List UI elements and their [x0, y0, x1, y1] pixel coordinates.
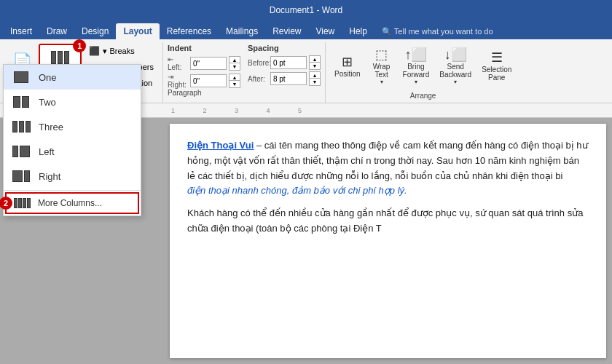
selection-pane-icon: ☰ [491, 50, 503, 66]
dropdown-divider [4, 190, 141, 191]
three-col-icon [11, 119, 31, 135]
column-option-one[interactable]: One [4, 65, 141, 90]
breaks-icon: ⬛ [89, 46, 100, 56]
tab-design[interactable]: Design [74, 23, 116, 39]
paragraph-2: Khách hàng có thể đến nhiều cửa hàng gần… [187, 206, 589, 237]
bring-forward-dropdown-arrow: ▾ [415, 79, 417, 85]
right-indent-spinner[interactable]: ▲ ▼ [229, 74, 240, 88]
tab-mailings[interactable]: Mailings [219, 23, 265, 39]
spacing-label: Spacing [248, 44, 321, 52]
tab-draw[interactable]: Draw [39, 23, 74, 39]
right-indent-input[interactable] [190, 74, 227, 87]
paragraph-1: Điện Thoại Vui – cái tên mang theo thông… [187, 138, 589, 183]
position-label: Position [334, 70, 361, 78]
paragraph-label: Paragraph [168, 89, 202, 98]
after-spacing-input[interactable] [270, 72, 307, 85]
position-icon: ⊞ [342, 54, 353, 70]
right-label: ⇥ Right: [168, 73, 188, 89]
bring-forward-icon: ↑⬜ [404, 47, 427, 63]
title-bar: Document1 - Word [0, 0, 612, 20]
wrap-text-icon: ⬚ [375, 47, 388, 63]
indent-spacing-area: Indent ⇤ Left: ▲ ▼ ⇥ Right: ▲ ▼ [168, 44, 321, 89]
left-indent-input[interactable] [190, 57, 227, 70]
more-columns-label: More Columns... [38, 198, 102, 208]
left-col-icon [11, 143, 31, 159]
tab-layout[interactable]: Layout [116, 23, 159, 39]
highlight-text: Điện Thoại Vui [187, 140, 254, 151]
document-area: Điện Thoại Vui – cái tên mang theo thông… [170, 124, 606, 358]
before-spacing-row: Before: ▲ ▼ [248, 55, 321, 70]
breaks-label: ▾ Breaks [103, 47, 134, 56]
wrap-text-button[interactable]: ⬚ Wrap Text ▾ [366, 44, 397, 87]
more-columns-button[interactable]: 2 More Columns... [5, 192, 139, 214]
left-indent-row: ⇤ Left: ▲ ▼ [168, 55, 240, 71]
tab-help[interactable]: Help [342, 23, 374, 39]
send-backward-icon: ↓⬜ [444, 47, 467, 63]
before-spacing-input[interactable] [270, 56, 307, 69]
wrap-text-dropdown-arrow: ▾ [380, 79, 383, 85]
arrange-group: ⊞ Position ⬚ Wrap Text ▾ ↑⬜ Bring Forwar… [326, 42, 520, 103]
arrange-label: Arrange [410, 92, 436, 101]
badge-2: 2 [0, 197, 12, 210]
two-col-icon [11, 94, 31, 110]
breaks-button[interactable]: ⬛ ▾ Breaks [85, 44, 158, 58]
one-col-label: One [39, 72, 57, 83]
after-down-arrow[interactable]: ▼ [310, 79, 320, 85]
one-col-icon [11, 69, 31, 85]
columns-icon [51, 51, 69, 64]
indent-label: Indent [168, 44, 240, 52]
right-up-arrow[interactable]: ▲ [230, 74, 240, 81]
send-backward-label: Send Backward [439, 63, 471, 79]
tab-references[interactable]: References [160, 23, 219, 39]
tab-view[interactable]: View [308, 23, 342, 39]
send-backward-button[interactable]: ↓⬜ Send Backward ▾ [435, 44, 476, 87]
wrap-text-label: Wrap Text [373, 63, 391, 79]
columns-dropdown-menu: One Two Three Left Right 2 [3, 64, 141, 216]
before-label: Before: [248, 59, 268, 67]
column-option-right[interactable]: Right [4, 164, 141, 189]
bring-forward-button[interactable]: ↑⬜ Bring Forward ▾ [399, 44, 434, 87]
spacing-col: Spacing Before: ▲ ▼ After: ▲ ▼ [248, 44, 321, 89]
before-down-arrow[interactable]: ▼ [310, 63, 320, 69]
document-text: Điện Thoại Vui – cái tên mang theo thông… [187, 138, 589, 237]
before-up-arrow[interactable]: ▲ [310, 56, 320, 63]
right-col-label: Right [39, 171, 60, 182]
left-col-label: Left [39, 146, 55, 157]
tab-review[interactable]: Review [265, 23, 308, 39]
after-up-arrow[interactable]: ▲ [310, 72, 320, 79]
ruler-marks: 1 2 3 4 5 [171, 107, 315, 114]
three-col-label: Three [39, 122, 63, 132]
bring-forward-label: Bring Forward [403, 63, 430, 79]
title-text: Document1 - Word [270, 5, 342, 15]
ribbon-tabs: Insert Draw Design Layout References Mai… [0, 20, 612, 39]
indent-col: Indent ⇤ Left: ▲ ▼ ⇥ Right: ▲ ▼ [168, 44, 240, 89]
paragraph-1-italic: điện thoại nhanh chóng, đảm bảo với chi … [187, 183, 589, 199]
italic-text: điện thoại nhanh chóng, đảm bảo với chi … [187, 185, 407, 196]
position-button[interactable]: ⊞ Position [330, 44, 365, 87]
column-option-three[interactable]: Three [4, 114, 141, 139]
two-col-label: Two [39, 97, 56, 108]
column-option-two[interactable]: Two [4, 90, 141, 114]
paragraph-group: Indent ⇤ Left: ▲ ▼ ⇥ Right: ▲ ▼ [163, 42, 326, 103]
right-col-icon [11, 168, 31, 184]
column-option-left[interactable]: Left [4, 139, 141, 164]
right-indent-row: ⇥ Right: ▲ ▼ [168, 73, 240, 89]
tab-insert[interactable]: Insert [3, 23, 39, 39]
selection-pane-label: Selection Pane [482, 66, 511, 82]
left-down-arrow[interactable]: ▼ [230, 63, 240, 70]
after-label: After: [248, 75, 268, 83]
before-spinner[interactable]: ▲ ▼ [309, 55, 321, 70]
right-down-arrow[interactable]: ▼ [230, 81, 240, 87]
left-label: ⇤ Left: [168, 55, 188, 71]
after-spinner[interactable]: ▲ ▼ [309, 71, 321, 86]
send-backward-dropdown-arrow: ▾ [454, 79, 457, 85]
left-indent-spinner[interactable]: ▲ ▼ [229, 56, 240, 71]
arrange-buttons: ⊞ Position ⬚ Wrap Text ▾ ↑⬜ Bring Forwar… [330, 44, 516, 87]
left-up-arrow[interactable]: ▲ [230, 57, 240, 63]
selection-pane-button[interactable]: ☰ Selection Pane [477, 44, 516, 87]
tab-search[interactable]: 🔍 Tell me what you want to do [374, 23, 501, 39]
more-col-icon [14, 198, 31, 208]
after-spacing-row: After: ▲ ▼ [248, 71, 321, 86]
